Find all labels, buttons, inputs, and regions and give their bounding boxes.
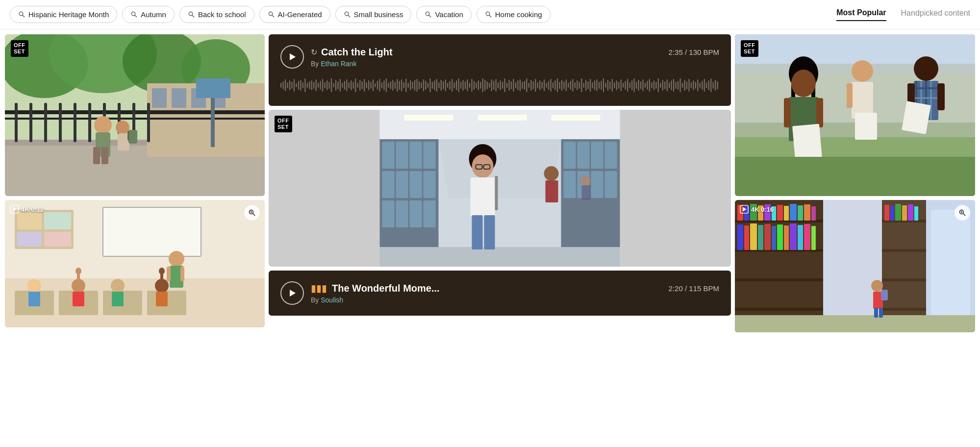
pill-ai-generated[interactable]: AI-Generated [259,6,330,23]
svg-rect-335 [902,101,931,134]
pill-small-business[interactable]: Small business [335,6,412,23]
play-button[interactable] [280,45,304,69]
svg-point-43 [169,251,184,267]
svg-rect-33 [196,78,230,98]
svg-rect-123 [405,78,406,92]
svg-rect-205 [585,80,586,91]
svg-rect-273 [396,142,408,169]
svg-rect-286 [578,142,590,169]
play-button-2[interactable] [280,281,304,305]
svg-rect-282 [410,200,422,227]
author-link-2[interactable]: Soulish [321,296,343,304]
svg-rect-372 [882,278,926,281]
svg-rect-289 [564,171,576,198]
svg-rect-170 [508,80,509,91]
svg-rect-130 [421,82,422,88]
tab-most-popular[interactable]: Most Popular [836,8,886,21]
play-icon [10,205,19,214]
svg-rect-215 [607,80,608,91]
audio-card-1[interactable]: ↻ Catch the Light 2:35 / 130 BPM By Etha… [269,34,731,106]
svg-rect-214 [605,83,606,88]
svg-rect-219 [616,80,617,90]
svg-rect-246 [676,82,677,89]
svg-rect-357 [737,224,743,250]
pill-label: AI-Generated [278,10,322,19]
classroom-video-card[interactable]: 4K 0:12 [5,200,265,327]
parent-child-image-card[interactable]: OFFSET [5,34,265,196]
pill-autumn[interactable]: Autumn [122,6,175,23]
svg-rect-242 [667,79,668,91]
svg-rect-164 [496,79,497,92]
svg-rect-257 [700,83,701,88]
zoom-icon[interactable] [244,205,260,221]
svg-rect-288 [605,142,617,169]
audio-title-2: The Wonderful Mome... [332,283,440,294]
hallway-image-card[interactable]: OFFSET [269,110,731,267]
pill-hispanic-heritage-month[interactable]: Hispanic Heritage Month [10,6,117,23]
svg-rect-155 [476,82,477,88]
audio-card-2[interactable]: ▮▮▮ The Wonderful Mome... 2:20 / 115 BPM… [269,271,731,316]
library-video-card[interactable]: 4K 0:16 [735,200,975,332]
classroom-scene [5,200,265,327]
svg-rect-79 [309,81,310,89]
svg-rect-27 [101,147,108,164]
svg-rect-247 [678,81,678,90]
video-badge-library: 4K 0:16 [740,205,774,214]
svg-rect-272 [382,142,395,169]
audio-meta: ↻ Catch the Light 2:35 / 130 BPM By Etha… [311,47,719,68]
svg-rect-324 [855,113,877,140]
svg-rect-190 [553,82,553,88]
pill-home-cooking[interactable]: Home cooking [477,6,551,23]
svg-rect-292 [605,171,617,198]
svg-rect-354 [798,205,803,221]
svg-rect-150 [465,81,466,89]
pill-vacation[interactable]: Vacation [416,6,471,23]
svg-rect-93 [340,79,341,92]
students-reading-card[interactable]: OFFSET [735,34,975,196]
svg-rect-87 [327,80,327,90]
tab-handpicked-content[interactable]: Handpicked content [901,9,970,21]
svg-rect-344 [735,308,823,311]
author-link[interactable]: Ethan Rank [321,60,356,68]
svg-rect-90 [333,83,334,87]
svg-rect-260 [706,82,707,88]
svg-rect-89 [331,78,332,92]
svg-rect-92 [337,81,338,89]
svg-rect-279 [424,171,436,198]
svg-rect-318 [784,98,791,127]
svg-rect-38 [44,212,71,229]
svg-rect-209 [594,80,595,90]
svg-point-321 [852,60,873,82]
svg-rect-210 [596,79,597,91]
svg-marker-387 [743,207,746,212]
zoom-icon-library[interactable] [955,205,970,221]
svg-rect-181 [533,81,534,89]
svg-rect-72 [294,79,295,92]
zoom-in-icon-library [958,209,966,217]
svg-rect-30 [128,130,137,144]
svg-rect-109 [375,83,376,87]
svg-rect-239 [660,83,661,88]
svg-rect-307 [582,185,591,200]
svg-rect-115 [388,83,389,88]
svg-point-304 [544,166,559,181]
svg-rect-383 [881,290,888,300]
svg-rect-74 [298,81,299,90]
svg-rect-358 [744,225,749,250]
svg-rect-14 [15,103,18,142]
svg-rect-138 [438,82,439,88]
svg-rect-384 [874,308,878,318]
svg-rect-216 [609,81,610,89]
svg-rect-253 [691,82,692,88]
pill-back-to-school[interactable]: Back to school [179,6,254,23]
svg-rect-113 [383,80,384,90]
svg-rect-124 [408,83,409,88]
svg-point-24 [94,116,112,134]
svg-rect-225 [629,82,630,88]
svg-rect-86 [325,82,326,88]
svg-rect-362 [772,226,776,250]
svg-rect-81 [313,82,314,89]
svg-rect-184 [539,80,540,90]
svg-rect-73 [296,83,297,87]
svg-rect-234 [649,79,650,92]
